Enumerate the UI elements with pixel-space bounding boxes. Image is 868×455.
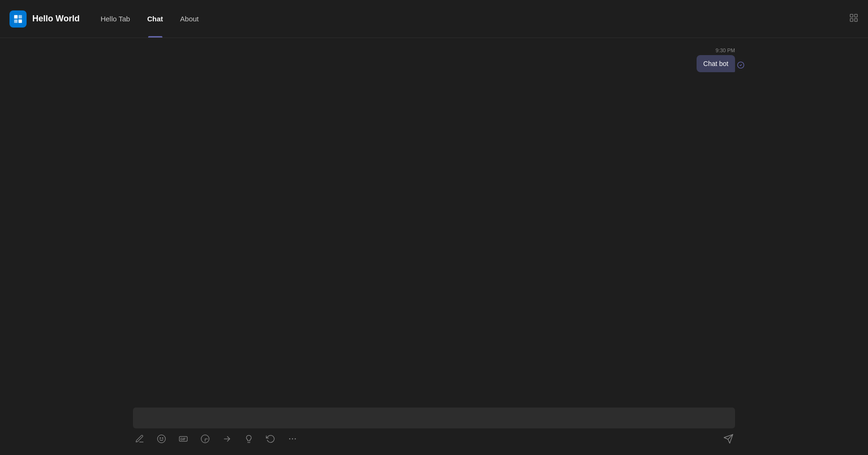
message-time: 9:30 PM [716,47,735,53]
svg-text:GIF: GIF [180,437,186,441]
gif-icon[interactable]: GIF [177,432,190,446]
emoji-icon[interactable] [155,432,168,446]
svg-point-9 [158,435,166,443]
svg-rect-4 [850,14,853,17]
svg-rect-3 [19,19,22,22]
popout-icon[interactable] [849,15,859,24]
message-group: 9:30 PM Chat bot [697,47,735,72]
svg-rect-6 [850,19,853,21]
tab-about[interactable]: About [172,0,206,38]
svg-point-14 [289,438,291,440]
app-title: Hello World [32,14,80,24]
svg-rect-2 [14,19,18,22]
loop-icon[interactable] [264,432,277,446]
chat-input-container [133,408,735,428]
toolbar-left: GIF [133,432,299,446]
message-text: Chat bot [703,60,728,67]
tab-chat[interactable]: Chat [140,0,170,38]
message-wrapper: 9:30 PM Chat bot [133,47,735,72]
meet-now-icon[interactable] [220,432,234,446]
tab-hello-tab[interactable]: Hello Tab [93,0,138,38]
format-icon[interactable] [133,432,146,446]
messages-container: 9:30 PM Chat bot [0,38,868,403]
praise-icon[interactable] [242,432,255,446]
svg-point-16 [295,438,296,440]
header-right [849,13,859,25]
svg-rect-7 [855,19,858,21]
svg-point-10 [160,438,161,439]
send-button[interactable] [722,432,735,446]
more-options-icon[interactable] [286,432,299,446]
app-logo [9,10,27,28]
svg-point-11 [162,438,163,439]
svg-point-15 [292,438,293,440]
nav-tabs: Hello Tab Chat About [93,0,207,38]
toolbar-row: GIF [133,432,735,446]
message-bubble: Chat bot [697,55,735,72]
chat-area: 9:30 PM Chat bot [0,38,868,455]
chat-input[interactable] [140,413,728,420]
svg-rect-5 [855,14,858,17]
svg-rect-0 [14,15,18,18]
message-status-icon [737,61,745,70]
chat-bottom: GIF [0,403,868,455]
app-header: Hello World Hello Tab Chat About [0,0,868,38]
svg-rect-1 [19,15,22,18]
sticker-icon[interactable] [198,432,212,446]
